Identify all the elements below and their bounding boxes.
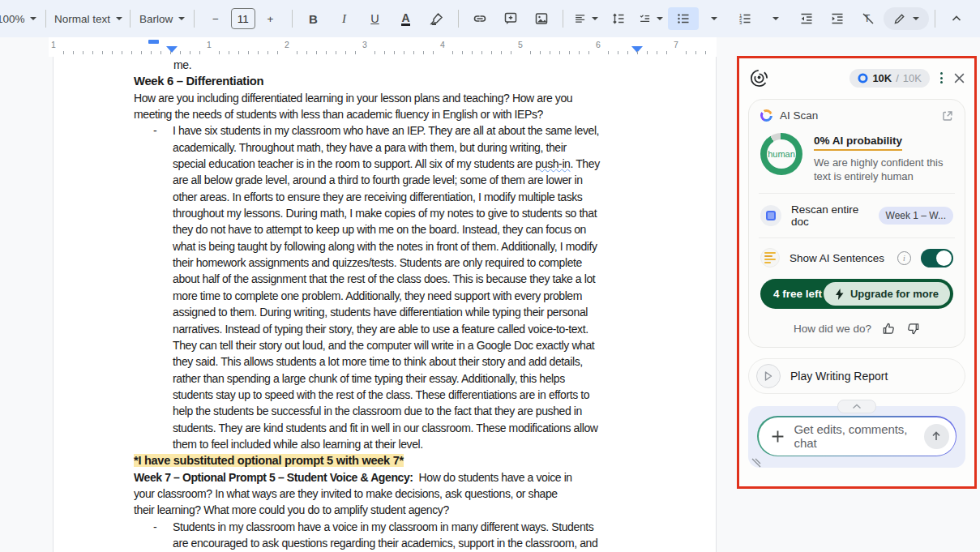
ruler-tick [550, 51, 550, 54]
usage-pill[interactable]: 10K / 10K [849, 69, 930, 88]
ruler-label: 5 [518, 40, 523, 49]
ruler-tick [248, 51, 249, 54]
document-scope-pill[interactable]: Week 1 – W... [879, 207, 953, 225]
ai-scan-title-row: AI Scan [760, 109, 953, 122]
font-size-input[interactable]: 11 [231, 8, 255, 29]
ruler-tick [618, 51, 618, 54]
first-line-indent-marker[interactable] [148, 40, 159, 44]
thumbs-down-icon[interactable] [906, 322, 920, 336]
doc-line: special education teacher is in the room… [173, 156, 669, 172]
thumbs-up-icon[interactable] [882, 322, 896, 336]
indent-icon [830, 11, 845, 26]
panel-menu-button[interactable] [939, 71, 944, 85]
close-icon[interactable] [953, 72, 965, 84]
zoom-select[interactable]: 100% [0, 7, 40, 30]
decrease-font-size-button[interactable]: − [200, 7, 231, 30]
ruler-tick [491, 51, 492, 54]
font-select[interactable]: Barlow [136, 7, 188, 30]
insert-link-button[interactable] [464, 7, 495, 30]
rescan-icon [760, 205, 781, 226]
collapse-chat-handle[interactable] [837, 400, 876, 413]
doc-block-highlight: *I have substituted optional prompt 5 wi… [134, 452, 669, 469]
doc-line: are encouraged to ask questions regardin… [173, 535, 669, 551]
link-icon [473, 11, 487, 26]
ruler-tick [686, 51, 687, 54]
add-comment-button[interactable] [495, 7, 526, 30]
divider [759, 193, 955, 194]
doc-line: assigned to them. During writing, studen… [173, 304, 669, 320]
align-button[interactable] [569, 7, 603, 30]
clear-formatting-button[interactable]: T [853, 7, 884, 30]
doc-line: their homework assignments and quizzes/t… [173, 255, 669, 271]
ruler-tick [647, 51, 648, 54]
checklist-button[interactable] [634, 7, 668, 30]
ruler-tick [336, 51, 336, 54]
chevron-down-icon [657, 17, 663, 20]
plus-icon[interactable] [771, 430, 785, 443]
hide-menus-button[interactable] [941, 7, 972, 30]
chat-input[interactable]: Get edits, comments, chat [759, 417, 956, 456]
text-color-button[interactable]: A [391, 7, 422, 30]
increase-indent-button[interactable] [822, 7, 853, 30]
checklist-icon [639, 11, 651, 26]
info-icon[interactable]: i [897, 251, 911, 265]
ruler-tick [170, 51, 171, 54]
ruler-tick [102, 51, 103, 54]
toolbar-divider [935, 10, 935, 28]
bulleted-list-options-button[interactable] [699, 7, 730, 30]
outdent-icon [799, 11, 814, 26]
play-writing-report-button[interactable]: Play Writing Report [748, 358, 965, 394]
ruler-tick [657, 51, 657, 54]
ruler-tick [112, 51, 113, 54]
rescan-label: Rescan entire doc [791, 203, 869, 228]
open-external-icon[interactable] [942, 110, 953, 122]
doc-line: your classroom? In what ways are they in… [134, 486, 669, 502]
chevron-down-icon [772, 17, 779, 20]
italic-button[interactable]: I [329, 7, 360, 30]
ai-scan-spinner-icon [760, 109, 772, 122]
chevron-down-icon [592, 17, 598, 20]
numbered-list-button[interactable]: 123 [730, 7, 760, 30]
doc-line: narratives. Instead of typing their stor… [173, 321, 669, 337]
left-indent-marker[interactable] [166, 46, 178, 53]
ruler-tick [73, 51, 74, 54]
resize-handle-icon[interactable] [751, 457, 762, 469]
ai-probability-text[interactable]: 0% AI probability [814, 135, 902, 151]
show-ai-sentences-toggle[interactable] [921, 249, 953, 267]
result-text: 0% AI probability We are highly confiden… [814, 133, 943, 183]
bulleted-list-button[interactable] [668, 7, 699, 30]
ruler-tick [627, 51, 628, 54]
upgrade-button[interactable]: Upgrade for more [824, 282, 950, 306]
decrease-indent-button[interactable] [791, 7, 822, 30]
highlight-color-button[interactable] [422, 7, 452, 30]
underline-button[interactable]: U [360, 7, 391, 30]
gptzero-logo-icon [748, 67, 770, 89]
doc-line: students. They are kind students and fit… [173, 420, 669, 436]
line-spacing-button[interactable] [603, 7, 634, 30]
send-button[interactable] [924, 424, 949, 449]
zoom-value: 100% [0, 13, 24, 25]
ruler-tick [481, 51, 482, 54]
paragraph-style-select[interactable]: Normal text [52, 7, 124, 30]
line-spacing-icon [611, 11, 626, 26]
rescan-row[interactable]: Rescan entire doc Week 1 – W... [760, 203, 953, 228]
doc-line: They can tell their story out loud, and … [173, 337, 669, 353]
ruler-tick [160, 51, 161, 54]
ruler-tick [141, 51, 142, 54]
document-page[interactable]: me.Week 6 – DifferentiationHow are you i… [53, 57, 717, 552]
ruler-tick [151, 51, 152, 54]
increase-font-size-button[interactable]: + [255, 7, 286, 30]
doc-line: they do not have to attempt to keep up w… [173, 221, 669, 237]
bold-button[interactable]: B [298, 7, 329, 30]
ruler-label: 4 [440, 40, 445, 49]
ruler-tick [569, 51, 570, 54]
ruler[interactable]: 11234567 [0, 37, 980, 57]
insert-image-button[interactable] [526, 7, 557, 30]
toolbar-divider [194, 10, 195, 28]
numbered-list-options-button[interactable] [760, 7, 791, 30]
editing-mode-button[interactable] [884, 7, 929, 30]
upgrade-banner: 4 free left Upgrade for more [760, 279, 953, 309]
pencil-icon [893, 12, 906, 25]
spellcheck-squiggle: push-in [535, 157, 570, 170]
align-left-icon [574, 11, 586, 26]
